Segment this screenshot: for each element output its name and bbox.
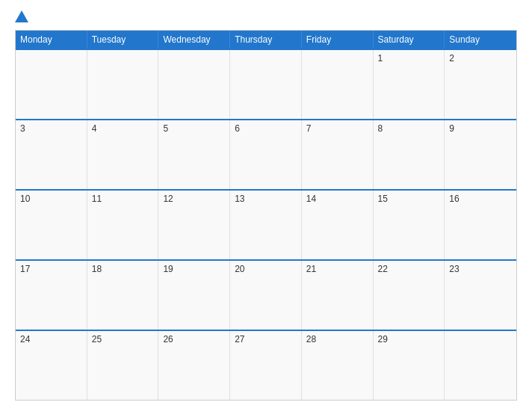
calendar-cell: 15 [374, 191, 445, 259]
day-number: 17 [20, 264, 30, 274]
day-number: 14 [306, 194, 316, 204]
calendar-cell: 19 [158, 261, 230, 330]
calendar-cell [16, 50, 87, 119]
calendar-cell: 12 [158, 191, 230, 259]
calendar-cell: 29 [374, 331, 445, 400]
calendar-cell: 22 [374, 261, 445, 330]
day-number: 22 [378, 264, 388, 274]
calendar-cell: 16 [445, 191, 516, 259]
calendar-cell [302, 50, 374, 119]
day-number: 2 [449, 53, 454, 64]
calendar-cell: 5 [158, 120, 230, 189]
day-number: 1 [378, 53, 383, 64]
day-number: 5 [163, 123, 168, 134]
day-of-week-friday: Friday [302, 31, 374, 49]
calendar-cell: 27 [230, 331, 302, 400]
calendar-week-2: 3456789 [16, 119, 516, 189]
day-number: 6 [235, 123, 240, 134]
day-number: 28 [306, 334, 316, 344]
calendar-cell: 20 [230, 261, 302, 330]
day-of-week-thursday: Thursday [230, 31, 302, 49]
day-number: 29 [378, 334, 388, 344]
day-of-week-saturday: Saturday [374, 31, 445, 49]
calendar-cell: 6 [230, 120, 302, 189]
day-number: 26 [163, 334, 173, 344]
logo [15, 13, 31, 22]
day-number: 25 [92, 334, 102, 344]
calendar-cell [87, 50, 159, 119]
calendar-cell: 3 [16, 120, 87, 189]
day-number: 12 [163, 194, 173, 204]
day-number: 27 [235, 334, 244, 344]
calendar-cell: 9 [445, 120, 516, 189]
calendar-cell: 11 [87, 191, 159, 259]
day-number: 4 [92, 123, 97, 134]
day-number: 3 [20, 123, 25, 134]
calendar-week-1: 12 [16, 49, 516, 119]
calendar-header: MondayTuesdayWednesdayThursdayFridaySatu… [16, 31, 516, 49]
calendar-cell [158, 50, 230, 119]
calendar-cell [230, 50, 302, 119]
calendar-cell: 10 [16, 191, 87, 259]
day-number: 15 [378, 194, 388, 204]
day-number: 20 [235, 264, 244, 274]
calendar-cell: 26 [158, 331, 230, 400]
day-of-week-wednesday: Wednesday [158, 31, 230, 49]
calendar-cell: 18 [87, 261, 159, 330]
calendar-week-5: 242526272829 [16, 330, 516, 400]
logo-triangle-icon [15, 10, 28, 22]
page-header [15, 13, 517, 22]
day-number: 8 [378, 123, 383, 134]
day-number: 11 [92, 194, 102, 204]
day-number: 24 [20, 334, 30, 344]
day-number: 18 [92, 264, 102, 274]
day-number: 10 [20, 194, 30, 204]
day-number: 21 [306, 264, 316, 274]
calendar-cell: 4 [87, 120, 159, 189]
day-of-week-sunday: Sunday [445, 31, 516, 49]
calendar-cell: 2 [445, 50, 516, 119]
day-number: 19 [163, 264, 173, 274]
calendar-cell: 25 [87, 331, 159, 400]
calendar-cell: 23 [445, 261, 516, 330]
calendar-cell: 24 [16, 331, 87, 400]
calendar-cell: 17 [16, 261, 87, 330]
day-number: 9 [449, 123, 454, 134]
calendar-cell: 7 [302, 120, 374, 189]
calendar-cell: 28 [302, 331, 374, 400]
day-number: 23 [449, 264, 459, 274]
calendar-cell [445, 331, 516, 400]
calendar-cell: 21 [302, 261, 374, 330]
day-of-week-monday: Monday [16, 31, 87, 49]
calendar-page: MondayTuesdayWednesdayThursdayFridaySatu… [0, 0, 532, 411]
calendar-cell: 1 [374, 50, 445, 119]
day-number: 16 [449, 194, 459, 204]
calendar: MondayTuesdayWednesdayThursdayFridaySatu… [15, 30, 517, 401]
calendar-cell: 14 [302, 191, 374, 259]
calendar-week-4: 17181920212223 [16, 259, 516, 330]
day-number: 13 [235, 194, 244, 204]
calendar-cell: 8 [374, 120, 445, 189]
calendar-week-3: 10111213141516 [16, 189, 516, 259]
day-of-week-tuesday: Tuesday [87, 31, 159, 49]
calendar-cell: 13 [230, 191, 302, 259]
calendar-body: 1234567891011121314151617181920212223242… [16, 49, 516, 400]
day-number: 7 [306, 123, 312, 134]
